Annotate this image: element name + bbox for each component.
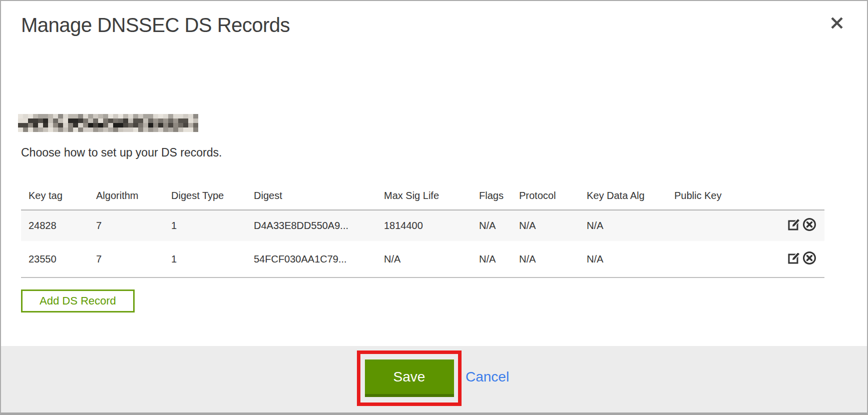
table-row: 23550 7 1 54FCF030AA1C79... N/A N/A N/A … xyxy=(21,241,824,278)
redacted-pixel-block xyxy=(193,128,198,132)
redacted-pixel-block xyxy=(48,118,53,123)
table-header-row: Key tag Algorithm Digest Type Digest Max… xyxy=(21,182,824,210)
redacted-pixel-block xyxy=(113,118,118,123)
redacted-pixel-block xyxy=(68,118,73,123)
redacted-pixel-block xyxy=(163,123,168,128)
redacted-pixel-block xyxy=(73,123,78,128)
redacted-pixel-block xyxy=(168,128,173,132)
redacted-pixel-block xyxy=(108,123,113,128)
add-ds-record-button[interactable]: Add DS Record xyxy=(21,290,135,312)
cell-digest: D4A33E8DD550A9... xyxy=(246,210,376,241)
redacted-pixel-block xyxy=(183,123,188,128)
redacted-pixel-block xyxy=(103,118,108,123)
redacted-pixel-block xyxy=(58,123,63,128)
redacted-pixel-block xyxy=(78,114,83,118)
redacted-pixel-block xyxy=(68,128,73,132)
redacted-pixel-block xyxy=(123,128,128,132)
redacted-pixel-block xyxy=(173,123,178,128)
edit-record-icon[interactable] xyxy=(787,217,802,234)
redacted-pixel-block xyxy=(98,114,103,118)
redacted-pixel-block xyxy=(128,123,133,128)
redacted-pixel-block xyxy=(38,128,43,132)
annotation-highlight-box: Save xyxy=(357,350,462,406)
redacted-pixel-block xyxy=(118,128,123,132)
redacted-pixel-block xyxy=(98,118,103,123)
redacted-pixel-block xyxy=(78,128,83,132)
redacted-pixel-block xyxy=(48,128,53,132)
redacted-pixel-block xyxy=(173,114,178,118)
cell-protocol: N/A xyxy=(512,210,579,241)
redacted-pixel-block xyxy=(38,123,43,128)
redacted-pixel-block xyxy=(153,114,158,118)
save-button[interactable]: Save xyxy=(365,360,454,397)
cell-public-key xyxy=(667,210,787,241)
redacted-pixel-block xyxy=(123,118,128,123)
redacted-pixel-block xyxy=(123,123,128,128)
redacted-pixel-block xyxy=(173,128,178,132)
cell-algorithm: 7 xyxy=(89,241,164,278)
cell-flags: N/A xyxy=(472,210,512,241)
redacted-pixel-block xyxy=(128,118,133,123)
redacted-pixel-block xyxy=(28,128,33,132)
redacted-pixel-block xyxy=(178,118,183,123)
redacted-pixel-block xyxy=(138,123,143,128)
dialog-title: Manage DNSSEC DS Records xyxy=(21,14,290,36)
redacted-pixel-block xyxy=(73,128,78,132)
redacted-pixel-block xyxy=(73,118,78,123)
redacted-pixel-block xyxy=(93,118,98,123)
cancel-link[interactable]: Cancel xyxy=(466,369,509,385)
redacted-pixel-block xyxy=(143,123,148,128)
redacted-pixel-block xyxy=(183,118,188,123)
redacted-pixel-block xyxy=(138,128,143,132)
redacted-pixel-block xyxy=(163,114,168,118)
delete-record-icon[interactable] xyxy=(802,217,817,234)
dialog-footer: Save Cancel xyxy=(1,346,867,412)
redacted-pixel-block xyxy=(108,128,113,132)
cell-digest-type: 1 xyxy=(164,210,246,241)
redacted-pixel-block xyxy=(128,114,133,118)
redacted-pixel-block xyxy=(133,123,138,128)
redacted-pixel-block xyxy=(143,128,148,132)
redacted-pixel-block xyxy=(63,123,68,128)
redacted-pixel-block xyxy=(43,128,48,132)
redacted-pixel-block xyxy=(43,118,48,123)
redacted-pixel-block xyxy=(158,118,163,123)
redacted-pixel-block xyxy=(53,118,58,123)
redacted-pixel-block xyxy=(133,128,138,132)
redacted-pixel-block xyxy=(113,128,118,132)
redacted-pixel-block xyxy=(98,123,103,128)
redacted-domain-name xyxy=(18,114,198,132)
cell-protocol: N/A xyxy=(512,241,579,278)
delete-record-icon[interactable] xyxy=(802,250,817,268)
redacted-pixel-block xyxy=(178,114,183,118)
redacted-pixel-block xyxy=(103,123,108,128)
cell-algorithm: 7 xyxy=(89,210,164,241)
redacted-pixel-block xyxy=(153,123,158,128)
close-icon[interactable] xyxy=(827,13,847,33)
redacted-pixel-block xyxy=(193,114,198,118)
cell-max-sig-life: N/A xyxy=(376,241,472,278)
edit-record-icon[interactable] xyxy=(787,250,802,268)
redacted-pixel-block xyxy=(143,118,148,123)
redacted-pixel-block xyxy=(28,114,33,118)
redacted-pixel-block xyxy=(18,118,23,123)
column-header-protocol: Protocol xyxy=(512,182,579,210)
redacted-pixel-block xyxy=(58,114,63,118)
redacted-pixel-block xyxy=(193,123,198,128)
redacted-pixel-block xyxy=(138,118,143,123)
cell-max-sig-life: 1814400 xyxy=(376,210,472,241)
redacted-pixel-block xyxy=(48,114,53,118)
column-header-algorithm: Algorithm xyxy=(89,182,164,210)
redacted-pixel-block xyxy=(143,114,148,118)
redacted-pixel-block xyxy=(148,118,153,123)
column-header-flags: Flags xyxy=(472,182,512,210)
redacted-pixel-block xyxy=(183,128,188,132)
redacted-pixel-block xyxy=(118,118,123,123)
redacted-pixel-block xyxy=(118,123,123,128)
redacted-pixel-block xyxy=(113,114,118,118)
redacted-pixel-block xyxy=(133,114,138,118)
redacted-pixel-block xyxy=(103,114,108,118)
cell-key-data-alg: N/A xyxy=(579,210,667,241)
redacted-pixel-block xyxy=(88,123,93,128)
redacted-pixel-block xyxy=(83,114,88,118)
